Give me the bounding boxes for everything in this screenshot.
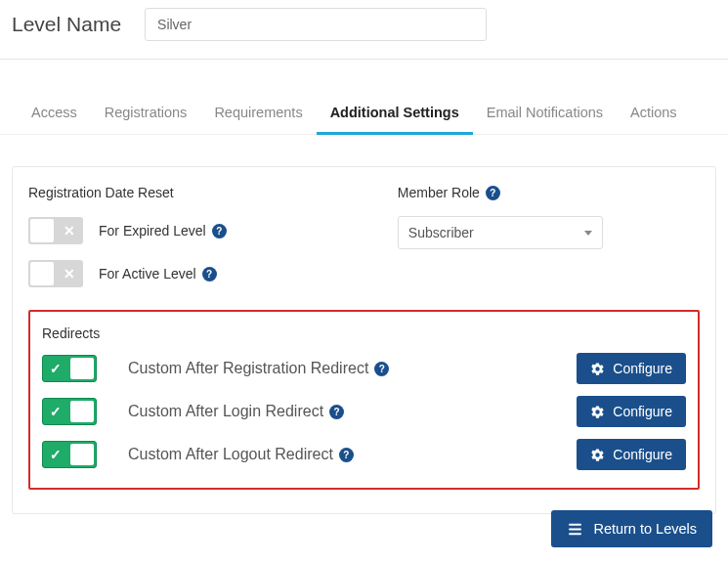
help-icon[interactable]: ? <box>374 362 389 376</box>
redirects-title: Redirects <box>42 325 686 341</box>
configure-logout-redirect-button[interactable]: Configure <box>577 439 686 470</box>
toggle-expired-level[interactable]: ✕ <box>28 217 83 244</box>
member-role-title: Member Role <box>398 185 480 200</box>
x-icon: ✕ <box>64 266 75 282</box>
help-icon[interactable]: ? <box>339 448 354 462</box>
svg-rect-1 <box>570 528 582 530</box>
configure-registration-redirect-button[interactable]: Configure <box>577 353 686 384</box>
help-icon[interactable]: ? <box>486 186 500 200</box>
after-login-redirect-label: Custom After Login Redirect <box>128 403 323 420</box>
gear-icon <box>590 362 605 376</box>
member-role-value: Subscriber <box>408 225 474 240</box>
help-icon[interactable]: ? <box>202 267 217 282</box>
check-icon: ✓ <box>50 447 62 462</box>
tab-access[interactable]: Access <box>18 95 91 134</box>
toggle-after-registration-redirect[interactable]: ✓ <box>42 355 97 382</box>
help-icon[interactable]: ? <box>329 405 344 419</box>
configure-label: Configure <box>613 404 672 419</box>
chevron-down-icon <box>584 231 592 236</box>
reg-reset-title: Registration Date Reset <box>28 185 398 200</box>
member-role-select[interactable]: Subscriber <box>398 216 603 249</box>
tab-requirements[interactable]: Requirements <box>200 95 316 134</box>
gear-icon <box>590 448 605 462</box>
toggle-after-logout-redirect[interactable]: ✓ <box>42 441 97 468</box>
x-icon: ✕ <box>64 223 75 238</box>
return-to-levels-button[interactable]: Return to Levels <box>551 510 712 547</box>
toggle-active-level[interactable]: ✕ <box>28 260 83 287</box>
level-name-input[interactable] <box>145 8 487 41</box>
toggle-after-login-redirect[interactable]: ✓ <box>42 398 97 425</box>
tab-additional-settings[interactable]: Additional Settings <box>317 95 473 134</box>
active-level-label: For Active Level <box>99 266 196 282</box>
configure-label: Configure <box>613 361 672 376</box>
gear-icon <box>590 405 605 419</box>
tab-actions[interactable]: Actions <box>617 95 691 134</box>
check-icon: ✓ <box>50 361 62 376</box>
tabs-bar: Access Registrations Requirements Additi… <box>0 95 728 135</box>
expired-level-label: For Expired Level <box>99 223 206 238</box>
tab-email-notifications[interactable]: Email Notifications <box>473 95 617 134</box>
check-icon: ✓ <box>50 404 62 419</box>
configure-label: Configure <box>613 447 672 462</box>
settings-panel: Registration Date Reset ✕ For Expired Le… <box>12 166 716 514</box>
svg-rect-2 <box>570 533 582 535</box>
after-registration-redirect-label: Custom After Registration Redirect <box>128 360 368 377</box>
svg-rect-0 <box>570 523 582 525</box>
return-label: Return to Levels <box>593 521 697 537</box>
redirects-section: Redirects ✓ Custom After Registration Re… <box>28 310 700 490</box>
level-name-label: Level Name <box>12 13 121 36</box>
after-logout-redirect-label: Custom After Logout Redirect <box>128 446 333 463</box>
configure-login-redirect-button[interactable]: Configure <box>577 396 686 427</box>
list-icon <box>567 521 583 538</box>
help-icon[interactable]: ? <box>212 224 227 238</box>
tab-registrations[interactable]: Registrations <box>91 95 201 134</box>
